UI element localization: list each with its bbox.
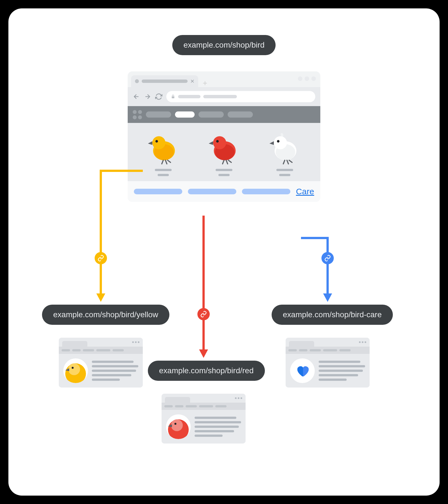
product-white-bird [265,130,304,176]
link-icon [95,252,107,264]
link-icon [197,308,210,320]
url-pill-red: example.com/shop/bird/red [148,361,265,381]
reload-icon [155,93,162,100]
svg-point-18 [174,423,176,425]
svg-point-15 [72,367,74,369]
forward-icon [144,93,151,100]
lock-icon [171,94,175,99]
svg-point-4 [155,140,158,143]
svg-point-3 [152,136,165,149]
bird-icon [166,414,191,439]
bird-icon [204,130,244,166]
avatar-red-bird [166,414,191,439]
bird-icon [63,358,88,383]
product-red-bird [204,130,244,176]
footer-link-placeholder [188,189,236,194]
bird-icon [265,130,304,166]
svg-rect-0 [172,96,174,98]
close-icon: × [190,77,194,85]
url-pill-care: example.com/shop/bird-care [272,305,393,325]
link-icon [321,252,334,264]
footer-link-care[interactable]: Care [296,187,314,196]
mini-browser-yellow [59,338,143,388]
svg-point-7 [213,136,226,149]
browser-tab: × [131,75,198,87]
avatar-yellow-bird [63,358,88,383]
svg-point-11 [274,136,287,149]
address-bar [166,91,315,102]
diagram-canvas: example.com/shop/bird × + [8,8,440,496]
avatar-heart [290,358,315,383]
apps-icon [133,110,142,119]
url-pill-yellow: example.com/shop/bird/yellow [42,305,169,325]
product-grid [128,123,320,181]
footer-links: Care [128,181,320,202]
url-pill-main: example.com/shop/bird [172,35,276,55]
svg-point-14 [68,363,80,375]
product-yellow-bird [144,130,183,176]
back-icon [133,93,140,100]
bird-icon [144,130,183,166]
svg-point-17 [171,419,183,431]
svg-point-8 [216,140,219,143]
browser-toolbar [128,87,320,106]
mini-browser-red [162,394,246,444]
heart-icon [295,363,310,378]
browser-main: × + [128,71,320,202]
site-nav [128,106,320,123]
footer-link-placeholder [134,189,182,194]
svg-point-12 [277,140,279,143]
mini-browser-care [286,338,370,388]
footer-link-placeholder [242,189,290,194]
plus-icon: + [203,79,207,87]
window-controls [298,76,316,81]
